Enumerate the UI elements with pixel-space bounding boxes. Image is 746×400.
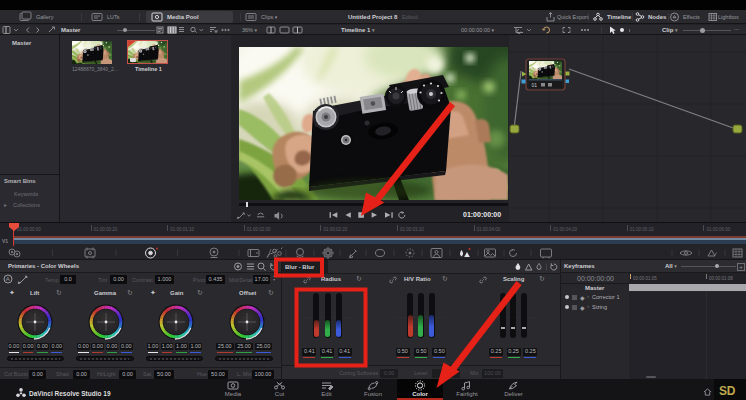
svg-text:A: A: [6, 276, 10, 282]
svg-text:01: 01: [532, 82, 538, 88]
